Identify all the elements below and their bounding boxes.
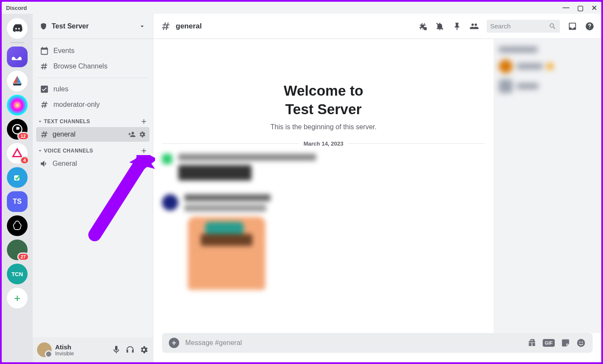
home-button[interactable]	[7, 18, 28, 39]
server-header[interactable]: Test Server	[33, 14, 153, 39]
channel-sidebar: Test Server Events Browse Channels rules	[33, 14, 153, 362]
browse-icon	[40, 62, 49, 71]
search-input[interactable]: Search	[487, 20, 560, 33]
general-text-channel[interactable]: general	[36, 127, 149, 142]
discord-app: Discord — ▢ ✕ 12	[2, 2, 601, 362]
server-badge: 27	[17, 252, 29, 261]
shield-icon	[40, 22, 47, 30]
add-server-button[interactable]: +	[7, 288, 28, 308]
chat-header: general Search	[153, 14, 601, 39]
plus-icon[interactable]	[140, 147, 148, 155]
attach-button[interactable]: +	[169, 338, 179, 348]
headphones-icon[interactable]	[125, 345, 135, 355]
channel-name: general	[176, 22, 202, 31]
members-icon[interactable]	[469, 22, 479, 31]
browse-channels-link[interactable]: Browse Channels	[36, 59, 149, 74]
gear-icon[interactable]	[139, 345, 149, 355]
channel-label: rules	[53, 85, 68, 93]
window-controls: — ▢ ✕	[563, 4, 597, 12]
svg-point-5	[577, 339, 585, 347]
gif-button[interactable]: GIF	[543, 339, 555, 347]
search-placeholder: Search	[490, 22, 511, 30]
server-item[interactable]	[7, 215, 28, 236]
server-item[interactable]: 12	[7, 119, 28, 140]
voice-channels-category[interactable]: VOICE CHANNELS	[36, 142, 149, 156]
rules-icon	[40, 84, 49, 94]
input-placeholder: Message #general	[185, 339, 521, 347]
minimize-button[interactable]: —	[563, 4, 569, 12]
message-input[interactable]: + Message #general GIF	[162, 333, 593, 353]
svg-point-2	[424, 27, 427, 30]
gift-icon[interactable]	[527, 338, 537, 348]
chevron-down-icon	[37, 148, 43, 154]
calendar-icon	[40, 46, 49, 56]
server-badge: 4	[20, 156, 29, 165]
text-channels-category[interactable]: TEXT CHANNELS	[36, 112, 149, 127]
server-item[interactable]: 4	[7, 143, 28, 164]
channel-label: general	[53, 131, 75, 138]
gear-icon[interactable]	[138, 131, 146, 138]
server-item[interactable]	[7, 47, 28, 67]
user-avatar[interactable]	[37, 342, 52, 357]
events-link[interactable]: Events	[36, 43, 149, 59]
hash-icon	[40, 130, 49, 139]
rules-channel[interactable]: rules	[36, 81, 149, 97]
app-title: Discord	[6, 5, 27, 11]
notifications-icon[interactable]	[435, 22, 444, 31]
server-item[interactable]: TCN	[7, 264, 28, 284]
server-item[interactable]	[7, 95, 28, 115]
svg-point-7	[581, 342, 583, 343]
chevron-down-icon	[138, 22, 146, 31]
sticker-icon[interactable]	[561, 338, 570, 348]
emoji-icon[interactable]	[576, 338, 586, 348]
blurred-message	[162, 154, 485, 186]
divider	[38, 78, 148, 78]
help-icon[interactable]	[585, 22, 594, 31]
date-text: March 14, 2023	[299, 140, 348, 147]
chat-area: general Search	[153, 14, 601, 362]
maximize-button[interactable]: ▢	[577, 4, 584, 12]
nav-label: Events	[53, 47, 75, 55]
chevron-down-icon	[37, 118, 43, 124]
hash-icon	[40, 100, 49, 109]
welcome-block: Welcome to Test Server This is the begin…	[162, 82, 485, 131]
discord-icon	[11, 22, 23, 34]
invite-icon[interactable]	[128, 131, 136, 138]
general-voice-channel[interactable]: General	[36, 156, 149, 171]
server-item[interactable]	[7, 71, 28, 91]
app-body: 12 4 TS 27 TCN + Test S	[2, 14, 601, 362]
server-item[interactable]: TS	[7, 191, 28, 212]
sailboat-icon	[11, 75, 23, 87]
channel-list: Events Browse Channels rules moderator-o…	[33, 39, 153, 337]
server-name: Test Server	[52, 22, 89, 30]
user-info[interactable]: Atish Invisible	[55, 343, 108, 357]
user-status: Invisible	[55, 351, 108, 357]
category-label: VOICE CHANNELS	[44, 148, 93, 154]
plus-icon[interactable]	[140, 118, 148, 125]
checkbox-arrow-icon	[12, 172, 22, 183]
close-button[interactable]: ✕	[591, 4, 597, 12]
pin-icon[interactable]	[452, 22, 462, 31]
welcome-subtitle: This is the beginning of this server.	[162, 123, 485, 131]
welcome-title: Welcome to Test Server	[162, 82, 485, 119]
server-list: 12 4 TS 27 TCN +	[2, 14, 33, 362]
hash-icon	[160, 21, 171, 32]
category-label: TEXT CHANNELS	[44, 118, 90, 124]
mic-icon[interactable]	[112, 345, 121, 355]
inbox-icon[interactable]	[568, 22, 577, 31]
search-icon	[549, 22, 556, 30]
date-divider: March 14, 2023	[162, 140, 485, 147]
messages-area[interactable]: Welcome to Test Server This is the begin…	[153, 39, 494, 333]
channel-label: General	[53, 160, 77, 168]
blurred-message	[162, 194, 485, 290]
moderator-channel[interactable]: moderator-only	[36, 97, 149, 112]
members-list	[494, 39, 601, 333]
user-panel: Atish Invisible	[33, 337, 153, 362]
threads-icon[interactable]	[418, 22, 427, 31]
server-item[interactable]: 27	[7, 240, 28, 260]
speaker-icon	[40, 159, 49, 168]
chat-body: Welcome to Test Server This is the begin…	[153, 39, 601, 333]
openai-icon	[12, 220, 23, 231]
titlebar: Discord — ▢ ✕	[2, 2, 601, 14]
server-item[interactable]	[7, 167, 28, 188]
